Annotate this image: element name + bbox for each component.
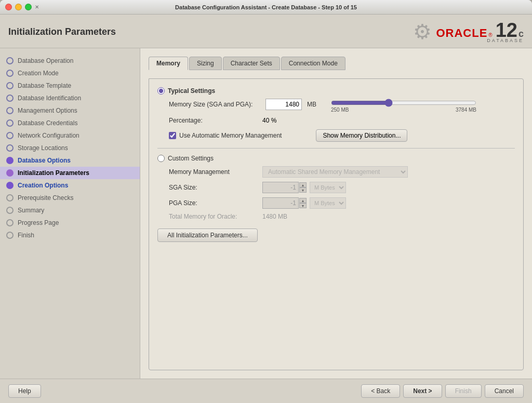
sidebar-label: Database Template: [18, 82, 71, 89]
sidebar-bullet: [6, 194, 14, 202]
sidebar-label: Initialization Parameters: [18, 169, 89, 177]
content-area: Database Operation Creation Mode Databas…: [0, 48, 532, 379]
sidebar-bullet: [6, 132, 14, 139]
slider-max-label: 3784 MB: [456, 107, 476, 113]
sga-spinner-down: ▼: [299, 187, 307, 193]
percentage-value: 40 %: [262, 117, 276, 124]
pga-spinner-down: ▼: [299, 203, 307, 208]
minimize-button[interactable]: [15, 4, 22, 10]
sidebar: Database Operation Creation Mode Databas…: [0, 48, 140, 379]
percentage-row: Percentage: 40 %: [169, 117, 515, 124]
memory-size-slider[interactable]: [331, 99, 476, 107]
sidebar-item-summary: Summary: [0, 204, 140, 217]
sidebar-label: Database Identification: [18, 95, 81, 102]
page-title: Initialization Parameters: [8, 26, 116, 37]
pga-size-row: PGA Size: ▲ ▼ M Bytes G Bytes: [169, 197, 515, 209]
next-button[interactable]: Next >: [403, 384, 442, 398]
sidebar-item-creation-options[interactable]: Creation Options: [0, 179, 140, 192]
typical-settings-group: Typical Settings Memory Size (SGA and PG…: [157, 87, 515, 142]
main-content: Memory Sizing Character Sets Connection …: [140, 48, 532, 379]
cancel-button[interactable]: Cancel: [485, 384, 524, 398]
sidebar-item-creation-mode: Creation Mode: [0, 67, 140, 79]
sidebar-bullet: [6, 219, 14, 226]
tab-connection-mode[interactable]: Connection Mode: [281, 57, 345, 70]
percentage-label: Percentage:: [169, 117, 262, 124]
back-button[interactable]: < Back: [361, 384, 400, 398]
gear-icon: ⚙: [413, 20, 432, 44]
sidebar-label: Management Options: [18, 107, 77, 114]
sidebar-bullet: [6, 182, 14, 189]
custom-settings-radio-label[interactable]: Custom Settings: [157, 155, 515, 162]
finish-button: Finish: [445, 384, 482, 398]
sidebar-item-management-options: Management Options: [0, 104, 140, 117]
memory-management-select: Automatic Shared Memory Management: [262, 166, 408, 178]
sga-unit-select: M Bytes G Bytes: [310, 182, 346, 193]
titlebar: ✕ Database Configuration Assistant - Cre…: [0, 0, 532, 15]
sidebar-label: Progress Page: [18, 219, 59, 226]
sidebar-label: Database Credentials: [18, 119, 77, 127]
tab-character-sets[interactable]: Character Sets: [223, 57, 280, 70]
pga-spinner-up: ▲: [299, 198, 307, 203]
sidebar-bullet: [6, 107, 14, 114]
sidebar-item-network-configuration: Network Configuration: [0, 129, 140, 142]
sga-spinner-buttons: ▲ ▼: [299, 182, 307, 193]
sidebar-label: Creation Mode: [18, 70, 59, 77]
sidebar-label: Network Configuration: [18, 132, 79, 139]
use-auto-memory-label: Use Automatic Memory Management: [179, 132, 282, 139]
tab-bar: Memory Sizing Character Sets Connection …: [149, 57, 524, 70]
memory-size-label: Memory Size (SGA and PGA):: [169, 101, 262, 108]
sidebar-item-progress-page: Progress Page: [0, 217, 140, 229]
memory-size-unit: MB: [307, 101, 316, 108]
memory-management-row: Memory Management Automatic Shared Memor…: [169, 166, 515, 178]
tab-memory[interactable]: Memory: [149, 57, 188, 70]
titlebar-x-icon: ✕: [35, 4, 39, 10]
header: Initialization Parameters ⚙ ORACLE ® 12c…: [0, 15, 532, 48]
oracle-trademark: ®: [488, 32, 492, 38]
sidebar-bullet: [6, 232, 14, 239]
sidebar-bullet: [6, 70, 14, 77]
traffic-lights: [5, 4, 32, 10]
sidebar-label: Prerequisite Checks: [18, 194, 73, 202]
total-memory-row: Total Memory for Oracle: 1480 MB: [169, 213, 515, 220]
sga-size-label: SGA Size:: [169, 184, 262, 191]
sidebar-label: Database Operation: [18, 57, 73, 64]
auto-memory-checkbox-row: Use Automatic Memory Management Show Mem…: [169, 129, 515, 142]
use-auto-memory-checkbox[interactable]: [169, 132, 176, 139]
close-button[interactable]: [5, 4, 12, 10]
sidebar-bullet: [6, 169, 14, 177]
pga-unit-select: M Bytes G Bytes: [310, 197, 346, 209]
window-title: Database Configuration Assistant - Creat…: [175, 4, 357, 10]
sidebar-bullet: [6, 119, 14, 127]
sidebar-item-initialization-parameters[interactable]: Initialization Parameters: [0, 167, 140, 179]
sidebar-item-database-options[interactable]: Database Options: [0, 154, 140, 167]
sga-size-input: [262, 182, 299, 193]
sidebar-item-storage-locations: Storage Locations: [0, 142, 140, 154]
memory-size-input[interactable]: [265, 99, 302, 110]
custom-settings-label: Custom Settings: [168, 155, 214, 162]
sga-size-spinner: ▲ ▼ M Bytes G Bytes: [262, 182, 346, 193]
sidebar-label: Database Options: [18, 157, 71, 164]
custom-settings-radio[interactable]: [157, 155, 165, 162]
maximize-button[interactable]: [25, 4, 32, 10]
sidebar-item-database-operation: Database Operation: [0, 55, 140, 67]
pga-size-spinner: ▲ ▼ M Bytes G Bytes: [262, 197, 346, 209]
sga-size-row: SGA Size: ▲ ▼ M Bytes G Bytes: [169, 182, 515, 193]
typical-settings-radio-label[interactable]: Typical Settings: [157, 87, 515, 95]
sidebar-bullet: [6, 95, 14, 102]
sidebar-label: Storage Locations: [18, 144, 68, 152]
tab-content-memory: Typical Settings Memory Size (SGA and PG…: [149, 78, 524, 370]
tab-sizing[interactable]: Sizing: [189, 57, 222, 70]
all-initialization-parameters-button[interactable]: All Initialization Parameters...: [157, 229, 258, 242]
sidebar-bullet: [6, 207, 14, 214]
show-memory-distribution-button[interactable]: Show Memory Distribution...: [316, 129, 407, 142]
sidebar-item-prerequisite-checks: Prerequisite Checks: [0, 192, 140, 204]
typical-settings-radio[interactable]: [157, 87, 165, 95]
oracle-version: 12: [496, 20, 517, 40]
sidebar-item-database-identification: Database Identification: [0, 92, 140, 104]
sidebar-bullet: [6, 157, 14, 164]
sidebar-bullet: [6, 144, 14, 152]
pga-size-input: [262, 197, 299, 209]
oracle-branding: ORACLE ® 12c DATABASE: [436, 20, 524, 43]
navigation-buttons: < Back Next > Finish Cancel: [361, 384, 524, 398]
help-button[interactable]: Help: [8, 384, 41, 398]
